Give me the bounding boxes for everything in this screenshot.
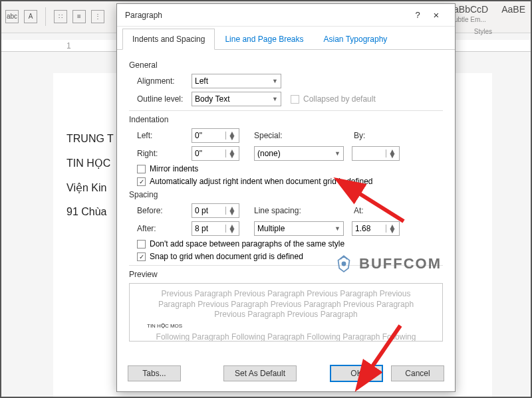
by-label: By: — [354, 131, 365, 140]
multilevel-list-icon[interactable]: ⋮ — [91, 10, 104, 23]
chevron-down-icon: ▼ — [272, 78, 278, 84]
indent-right-label: Right: — [137, 149, 192, 158]
text-box-icon[interactable]: A — [24, 10, 37, 23]
snap-grid-label: Snap to grid when document grid is defin… — [150, 252, 303, 261]
special-select[interactable]: (none) ▼ — [254, 146, 344, 161]
dialog-buttons: Tabs... Set As Default OK Cancel — [117, 358, 455, 391]
section-label-styles: Styles — [474, 28, 492, 35]
at-label: At: — [354, 206, 364, 215]
collapsed-label: Collapsed by default — [303, 94, 376, 104]
help-button[interactable]: ? — [410, 10, 426, 20]
style-item[interactable]: AaBE — [501, 4, 525, 25]
spinner-arrows[interactable]: ▲▼ — [225, 207, 236, 215]
ok-button[interactable]: OK — [330, 365, 383, 382]
cancel-button[interactable]: Cancel — [391, 365, 444, 381]
bullet-list-icon[interactable]: ∷ — [54, 10, 67, 23]
snap-grid-checkbox[interactable]: ✓ — [137, 252, 146, 261]
outline-label: Outline level: — [137, 94, 192, 104]
spinner-arrows[interactable]: ▲▼ — [386, 225, 396, 233]
tab-asian-typography[interactable]: Asian Typography — [314, 29, 398, 50]
separator — [45, 7, 46, 26]
alignment-value: Left — [195, 76, 208, 86]
section-preview: Preview — [129, 270, 443, 279]
section-indentation: Indentation — [129, 115, 443, 124]
line-spacing-select[interactable]: Multiple ▼ — [254, 221, 344, 236]
indent-left-input[interactable]: 0" ▲▼ — [192, 128, 239, 143]
tabs-button[interactable]: Tabs... — [128, 365, 181, 381]
preview-follow-text: Following Paragraph Following Paragraph … — [143, 332, 429, 342]
dont-add-space-label: Don't add space between paragraphs of th… — [150, 239, 344, 249]
outline-value: Body Text — [195, 94, 229, 104]
separator — [129, 110, 443, 111]
dialog-content: General Alignment: Left ▼ Outline level:… — [117, 50, 455, 358]
alignment-select[interactable]: Left ▼ — [192, 74, 281, 88]
close-button[interactable]: × — [426, 9, 447, 21]
at-input[interactable]: 1.68 ▲▼ — [352, 221, 400, 236]
chevron-down-icon: ▼ — [334, 225, 340, 232]
after-label: After: — [137, 224, 192, 233]
paragraph-dialog: Paragraph ? × Indents and Spacing Line a… — [116, 3, 456, 392]
ruler-mark: 1 — [66, 41, 71, 50]
dont-add-space-checkbox[interactable] — [137, 240, 146, 249]
chevron-down-icon: ▼ — [334, 150, 340, 157]
set-default-button[interactable]: Set As Default — [223, 365, 297, 381]
dialog-title: Paragraph — [125, 11, 410, 20]
indent-left-label: Left: — [137, 131, 192, 140]
after-input[interactable]: 8 pt ▲▼ — [192, 221, 239, 236]
tab-line-page-breaks[interactable]: Line and Page Breaks — [215, 29, 313, 50]
preview-box: Previous Paragraph Previous Paragraph Pr… — [129, 283, 443, 342]
chevron-down-icon: ▼ — [272, 96, 278, 102]
special-label: Special: — [254, 131, 334, 140]
mirror-indents-checkbox[interactable] — [137, 165, 146, 173]
section-spacing: Spacing — [129, 190, 443, 199]
line-spacing-label: Line spacing: — [254, 206, 334, 215]
indent-right-input[interactable]: 0" ▲▼ — [192, 146, 239, 161]
separator — [129, 265, 443, 266]
preview-prev-text: Previous Paragraph Previous Paragraph Pr… — [143, 289, 429, 320]
alignment-label: Alignment: — [137, 76, 192, 86]
numbered-list-icon[interactable]: ≡ — [72, 10, 86, 23]
tab-indents-spacing[interactable]: Indents and Spacing — [122, 29, 215, 50]
style-preview: AaBE — [501, 4, 525, 15]
mirror-indents-label: Mirror indents — [150, 164, 198, 173]
collapsed-checkbox — [291, 95, 299, 104]
dialog-tabs: Indents and Spacing Line and Page Breaks… — [117, 27, 455, 50]
auto-adjust-label: Automatically adjust right indent when d… — [150, 177, 373, 186]
spinner-arrows[interactable]: ▲▼ — [225, 149, 236, 157]
outline-select[interactable]: Body Text ▼ — [192, 92, 281, 106]
format-icon[interactable]: abc — [5, 10, 19, 23]
auto-adjust-checkbox[interactable]: ✓ — [137, 177, 146, 186]
spinner-arrows[interactable]: ▲▼ — [386, 149, 396, 157]
section-general: General — [129, 60, 443, 70]
preview-sample: TIN HỌC MOS — [143, 323, 429, 330]
before-input[interactable]: 0 pt ▲▼ — [192, 203, 239, 218]
before-label: Before: — [137, 206, 192, 215]
spinner-arrows[interactable]: ▲▼ — [225, 225, 236, 233]
by-input[interactable]: ▲▼ — [352, 146, 400, 161]
spinner-arrows[interactable]: ▲▼ — [225, 132, 236, 140]
dialog-titlebar: Paragraph ? × — [117, 4, 455, 27]
